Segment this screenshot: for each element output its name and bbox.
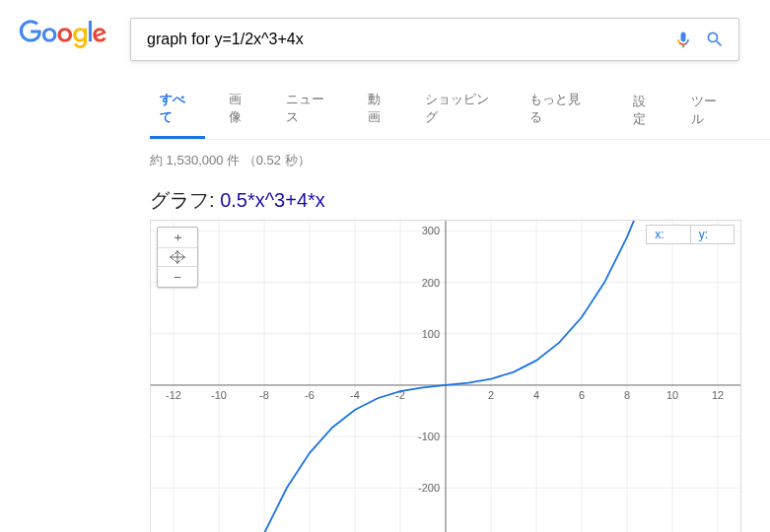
tab-images[interactable]: 画像	[219, 79, 262, 139]
search-input[interactable]	[139, 19, 667, 60]
svg-text:2: 2	[488, 389, 494, 401]
tab-shopping[interactable]: ショッピング	[415, 79, 506, 139]
tab-all[interactable]: すべて	[150, 79, 205, 139]
voice-search-icon[interactable]	[667, 24, 699, 55]
tab-more[interactable]: もっと見る	[520, 79, 598, 139]
svg-text:-200: -200	[418, 482, 440, 494]
svg-text:-8: -8	[259, 389, 269, 401]
zoom-in-icon[interactable]: ＋	[158, 228, 197, 247]
svg-text:8: 8	[624, 389, 630, 401]
graph-y-readout: y:	[690, 225, 735, 244]
results-stats: 約 1,530,000 件 （0.52 秒）	[150, 152, 770, 169]
graph-x-readout: x:	[646, 225, 690, 244]
svg-text:-12: -12	[166, 389, 181, 401]
search-tabs: すべて 画像 ニュース 動画 ショッピング もっと見る 設定 ツール	[150, 79, 770, 140]
svg-text:200: 200	[422, 277, 440, 289]
svg-text:300: 300	[422, 225, 440, 236]
tab-news[interactable]: ニュース	[276, 79, 343, 139]
svg-text:10: 10	[666, 389, 678, 401]
tab-videos[interactable]: 動画	[358, 79, 401, 139]
svg-text:-4: -4	[350, 389, 360, 401]
svg-text:100: 100	[422, 328, 440, 340]
svg-text:4: 4	[533, 389, 539, 401]
svg-text:12: 12	[712, 389, 724, 401]
search-icon[interactable]	[699, 24, 731, 55]
tab-tools[interactable]: ツール	[681, 81, 736, 138]
graph-plot[interactable]: -12-10-8-6-4-224681012-300-200-100100200…	[151, 221, 740, 532]
tab-settings[interactable]: 設定	[623, 81, 666, 138]
zoom-home-icon[interactable]	[158, 247, 197, 267]
google-logo[interactable]	[12, 20, 110, 53]
svg-text:-100: -100	[418, 431, 440, 442]
svg-text:-10: -10	[211, 389, 227, 401]
svg-text:6: 6	[579, 389, 585, 401]
zoom-out-icon[interactable]: −	[158, 267, 197, 287]
graph-box[interactable]: ＋ − x: y: -12-10-8-6-4-224681012-300-200…	[150, 220, 741, 532]
svg-text:-6: -6	[305, 389, 315, 401]
search-box[interactable]	[130, 18, 739, 61]
zoom-controls: ＋ −	[157, 227, 198, 288]
graph-title-prefix: グラフ:	[150, 189, 220, 211]
graph-title: グラフ: 0.5*x^3+4*x	[150, 187, 770, 214]
graph-expression: 0.5*x^3+4*x	[220, 189, 325, 211]
